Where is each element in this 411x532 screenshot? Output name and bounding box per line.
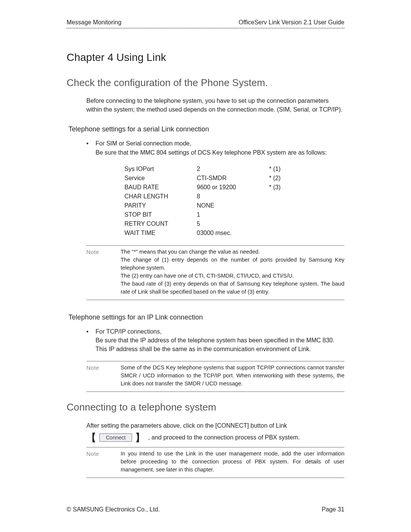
setting-name: BAUD RATE: [124, 183, 197, 192]
setting-mark: [269, 201, 307, 210]
section-title-connecting: Connecting to a telephone system: [67, 401, 344, 413]
setting-name: Sys IOPort: [124, 165, 197, 174]
note-label: Note: [86, 248, 109, 296]
table-row: Sys IOPort 2 * (1): [124, 165, 307, 174]
table-row: CHAR LENGTH 8: [124, 192, 307, 201]
footer-right: Page 31: [322, 506, 344, 513]
ip-bullet: For TCP/IP connections, Be sure that the…: [86, 327, 344, 354]
subhead-ip: Telephone settings for an IP Link connec…: [68, 313, 344, 321]
table-row: BAUD RATE 9600 or 19200 * (3): [124, 183, 307, 192]
note-block-connect: Note In you intend to use the Link in th…: [86, 447, 344, 478]
connect-button[interactable]: Connect: [99, 433, 132, 442]
setting-value: 03000 msec.: [197, 228, 269, 238]
ip-bullet-line1: For TCP/IP connections,: [96, 328, 162, 335]
setting-name: RETRY COUNT: [124, 219, 197, 228]
setting-value: 9600 or 19200: [197, 183, 269, 192]
setting-value: 8: [197, 192, 269, 201]
connect-button-row: 【 Connect 】 , and proceed to the connect…: [86, 433, 344, 443]
setting-value: NONE: [197, 201, 269, 210]
setting-value: 1: [197, 210, 269, 219]
section-title-config: Check the configuration of the Phone Sys…: [67, 77, 344, 89]
chapter-title: Chapter 4 Using Link: [67, 51, 344, 64]
setting-name: Service: [124, 174, 197, 183]
header-right: OfficeServ Link Version 2.1 User Guide: [239, 19, 344, 26]
header-left: Message Monitoring: [67, 19, 121, 26]
table-row: Service CTI-SMDR * (2): [124, 174, 307, 183]
setting-name: WAIT TIME: [124, 228, 197, 238]
running-header: Message Monitoring OfficeServ Link Versi…: [67, 19, 344, 29]
setting-name: STOP BIT: [124, 210, 197, 219]
setting-mark: [269, 192, 307, 201]
setting-name: PARITY: [124, 201, 197, 210]
note-label: Note: [86, 364, 109, 388]
serial-bullet: For SIM or Serial connection mode, Be su…: [86, 139, 344, 157]
setting-mark: [269, 228, 307, 238]
setting-value: 5: [197, 219, 269, 228]
note-text: The "*" means that you can change the va…: [121, 248, 344, 296]
setting-value: CTI-SMDR: [197, 174, 269, 183]
note-text: In you intend to use the Link in the use…: [121, 450, 344, 474]
table-row: RETRY COUNT 5: [124, 219, 307, 228]
serial-bullet-line2: Be sure that the MMC 804 settings of DCS…: [96, 149, 327, 156]
setting-name: CHAR LENGTH: [124, 192, 197, 201]
setting-value: 2: [197, 165, 269, 174]
subhead-serial: Telephone settings for a serial Link con…: [68, 125, 344, 133]
connect-line1: After setting the parameters above, clic…: [86, 421, 344, 431]
note-label: Note: [86, 450, 109, 474]
running-footer: © SAMSUNG Electronics Co., Ltd. Page 31: [67, 506, 344, 513]
note-block-serial: Note The "*" means that you can change t…: [86, 245, 344, 300]
document-page: Message Monitoring OfficeServ Link Versi…: [0, 0, 411, 532]
table-row: PARITY NONE: [124, 201, 307, 210]
setting-mark: * (1): [269, 165, 307, 174]
ip-bullet-block: For TCP/IP connections, Be sure that the…: [86, 327, 344, 354]
serial-bullet-line1: For SIM or Serial connection mode,: [96, 140, 191, 147]
serial-settings-table: Sys IOPort 2 * (1) Service CTI-SMDR * (2…: [124, 165, 307, 238]
setting-mark: * (2): [269, 174, 307, 183]
serial-bullet-block: For SIM or Serial connection mode, Be su…: [86, 139, 344, 237]
note-text: Some of the DCS Key telephone systems th…: [121, 364, 344, 388]
note-block-ip: Note Some of the DCS Key telephone syste…: [86, 361, 344, 392]
setting-mark: [269, 219, 307, 228]
setting-mark: * (3): [269, 183, 307, 192]
table-row: STOP BIT 1: [124, 210, 307, 219]
ip-bullet-line2: Be sure that the IP address of the telep…: [96, 337, 335, 352]
table-row: WAIT TIME 03000 msec.: [124, 228, 307, 238]
connect-line2-tail: , and proceed to the connection process …: [148, 434, 299, 441]
left-bracket-icon: 【: [86, 433, 96, 443]
section1-intro: Before connecting to the telephone syste…: [86, 96, 344, 114]
footer-left: © SAMSUNG Electronics Co., Ltd.: [67, 506, 160, 513]
right-bracket-icon: 】: [135, 433, 145, 443]
setting-mark: [269, 210, 307, 219]
